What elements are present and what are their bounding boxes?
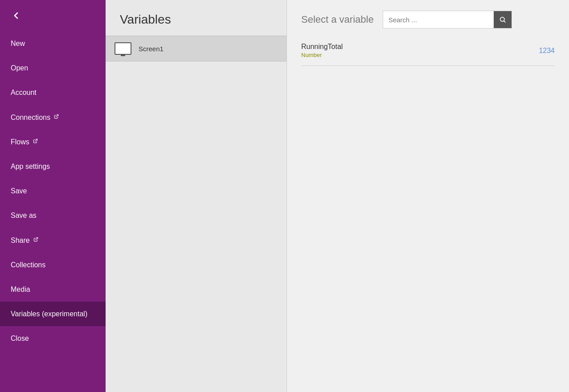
sidebar-item-variables[interactable]: Variables (experimental) bbox=[0, 302, 106, 326]
sidebar-item-label: Share bbox=[11, 236, 30, 245]
sidebar-item-media[interactable]: Media bbox=[0, 277, 106, 302]
right-header: Select a variable bbox=[287, 0, 569, 36]
right-panel: Select a variable RunningTotalNumber1234 bbox=[287, 0, 569, 392]
sidebar-item-label: Open bbox=[11, 64, 28, 72]
sidebar-item-account[interactable]: Account bbox=[0, 80, 106, 105]
variable-info: RunningTotalNumber bbox=[301, 43, 343, 58]
sidebar-item-share[interactable]: Share bbox=[0, 228, 106, 253]
sidebar-item-label: Flows bbox=[11, 138, 29, 146]
sidebar-item-label: Connections bbox=[11, 113, 50, 122]
sidebar-item-label: New bbox=[11, 39, 25, 48]
variable-row[interactable]: RunningTotalNumber1234 bbox=[301, 36, 555, 66]
sidebar-item-save-as[interactable]: Save as bbox=[0, 203, 106, 228]
svg-line-0 bbox=[56, 114, 58, 117]
sidebar: NewOpenAccountConnectionsFlowsApp settin… bbox=[0, 0, 106, 392]
variable-name: RunningTotal bbox=[301, 43, 343, 51]
sidebar-item-connections[interactable]: Connections bbox=[0, 105, 106, 130]
svg-line-2 bbox=[35, 237, 37, 240]
select-variable-label: Select a variable bbox=[301, 14, 374, 25]
variable-type: Number bbox=[301, 52, 343, 58]
sidebar-item-flows[interactable]: Flows bbox=[0, 130, 106, 154]
sidebar-nav: NewOpenAccountConnectionsFlowsApp settin… bbox=[0, 31, 106, 351]
svg-line-1 bbox=[35, 139, 37, 142]
back-button[interactable] bbox=[0, 0, 106, 31]
sidebar-item-label: Media bbox=[11, 285, 30, 294]
sidebar-item-label: Account bbox=[11, 88, 37, 97]
svg-line-4 bbox=[504, 21, 505, 22]
sidebar-item-label: Close bbox=[11, 334, 29, 343]
sidebar-item-open[interactable]: Open bbox=[0, 56, 106, 80]
sidebar-item-close[interactable]: Close bbox=[0, 326, 106, 351]
sidebar-item-collections[interactable]: Collections bbox=[0, 253, 106, 277]
screens-list: Screen1 bbox=[106, 36, 287, 61]
sidebar-item-label: Variables (experimental) bbox=[11, 310, 87, 318]
screen-name: Screen1 bbox=[139, 45, 164, 53]
variables-list: RunningTotalNumber1234 bbox=[287, 36, 569, 66]
search-input[interactable] bbox=[383, 12, 494, 27]
screen-item-screen1[interactable]: Screen1 bbox=[106, 36, 287, 61]
sidebar-item-save[interactable]: Save bbox=[0, 179, 106, 203]
screen-icon bbox=[115, 42, 131, 55]
sidebar-item-label: App settings bbox=[11, 162, 50, 171]
variable-value: 1234 bbox=[539, 47, 555, 55]
sidebar-item-label: Save bbox=[11, 187, 27, 195]
middle-panel: Variables Screen1 bbox=[106, 0, 287, 392]
external-link-icon bbox=[33, 139, 38, 145]
search-box bbox=[383, 11, 512, 29]
page-title: Variables bbox=[106, 0, 287, 36]
external-link-icon bbox=[33, 237, 38, 243]
external-link-icon bbox=[54, 114, 59, 120]
search-button[interactable] bbox=[494, 11, 512, 28]
sidebar-item-label: Save as bbox=[11, 211, 37, 220]
sidebar-item-app-settings[interactable]: App settings bbox=[0, 154, 106, 179]
sidebar-item-new[interactable]: New bbox=[0, 31, 106, 56]
sidebar-item-label: Collections bbox=[11, 261, 45, 269]
